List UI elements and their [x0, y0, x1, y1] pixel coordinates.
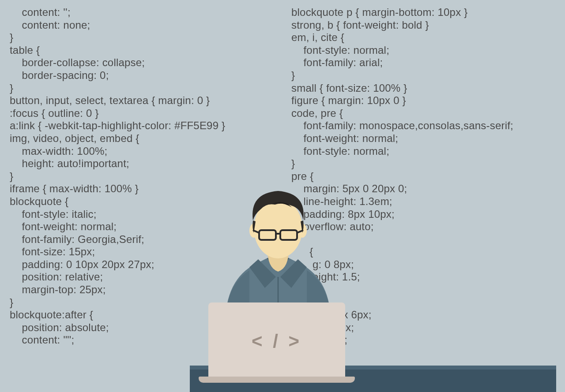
laptop: < / > [208, 302, 345, 383]
laptop-back: < / > [208, 302, 345, 377]
illustration-canvas: content: ''; content: none; } table { bo… [0, 0, 565, 392]
code-icon: < / > [252, 331, 302, 352]
laptop-base [199, 377, 355, 383]
